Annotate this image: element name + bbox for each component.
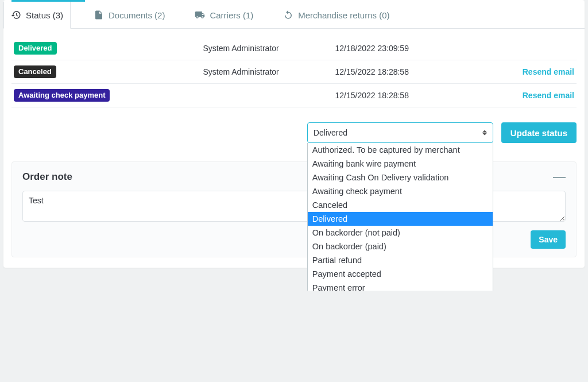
status-badge: Canceled	[14, 65, 56, 78]
status-history-row: Awaiting check payment12/15/2022 18:28:5…	[11, 84, 577, 107]
status-history-table: DeliveredSystem Administrator12/18/2022 …	[11, 37, 577, 107]
tab-carriers[interactable]: Carriers (1)	[188, 2, 260, 28]
status-select[interactable]: Delivered	[307, 122, 493, 143]
status-option[interactable]: Awaiting check payment	[308, 184, 493, 198]
status-dropdown[interactable]: Authorized. To be captured by merchantAw…	[307, 143, 493, 291]
tab-carriers-label: Carriers (1)	[210, 10, 253, 20]
tab-bar: Status (3) Documents (2) Carriers (1) Me…	[3, 2, 585, 29]
status-option[interactable]: Delivered	[308, 212, 493, 226]
status-option[interactable]: On backorder (paid)	[308, 240, 493, 253]
collapse-icon[interactable]: —	[553, 173, 566, 181]
status-option[interactable]: Payment accepted	[308, 267, 493, 281]
status-badge: Awaiting check payment	[14, 89, 110, 102]
update-status-row: Delivered Authorized. To be captured by …	[3, 107, 585, 148]
status-option[interactable]: Payment error	[308, 281, 493, 291]
status-history-row: CanceledSystem Administrator12/15/2022 1…	[11, 60, 577, 84]
save-button[interactable]: Save	[531, 230, 566, 249]
tab-status-label: Status (3)	[26, 10, 63, 20]
tab-returns[interactable]: Merchandise returns (0)	[276, 2, 396, 28]
status-option[interactable]: Awaiting bank wire payment	[308, 157, 493, 171]
status-option[interactable]: Canceled	[308, 198, 493, 212]
tab-documents[interactable]: Documents (2)	[87, 2, 172, 28]
status-option[interactable]: Partial refund	[308, 253, 493, 267]
status-option[interactable]: Awaiting Cash On Delivery validation	[308, 171, 493, 184]
status-employee: System Administrator	[200, 37, 332, 60]
history-icon	[11, 10, 21, 20]
select-caret-icon	[482, 130, 487, 136]
status-select-wrapper: Delivered Authorized. To be captured by …	[307, 122, 493, 143]
resend-email-link[interactable]: Resend email	[523, 91, 574, 100]
truck-icon	[195, 10, 205, 20]
order-note-title: Order note	[22, 171, 72, 183]
resend-email-link[interactable]: Resend email	[523, 67, 574, 76]
update-status-button[interactable]: Update status	[501, 122, 577, 143]
status-option[interactable]: Authorized. To be captured by merchant	[308, 143, 493, 157]
status-employee: System Administrator	[200, 60, 332, 84]
return-icon	[283, 10, 293, 20]
status-select-value: Delivered	[314, 128, 347, 137]
status-badge: Delivered	[14, 42, 57, 55]
status-employee	[200, 84, 332, 107]
status-date: 12/15/2022 18:28:58	[332, 60, 470, 84]
status-history-row: DeliveredSystem Administrator12/18/2022 …	[11, 37, 577, 60]
tab-returns-label: Merchandise returns (0)	[298, 10, 389, 20]
tab-documents-label: Documents (2)	[109, 10, 165, 20]
order-tabs-card: Status (3) Documents (2) Carriers (1) Me…	[3, 0, 585, 268]
status-option[interactable]: On backorder (not paid)	[308, 226, 493, 240]
status-date: 12/18/2022 23:09:59	[332, 37, 470, 60]
file-icon	[94, 10, 104, 20]
status-date: 12/15/2022 18:28:58	[332, 84, 470, 107]
tab-status[interactable]: Status (3)	[3, 2, 71, 29]
